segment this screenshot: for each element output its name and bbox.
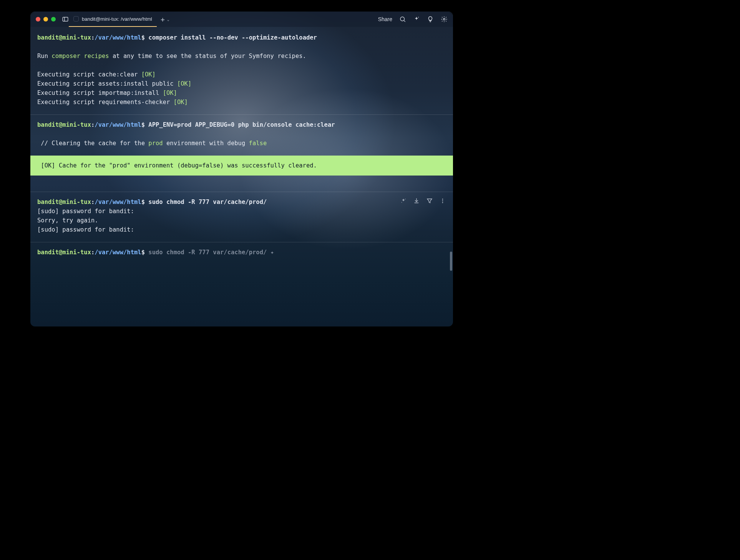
- prompt-symbol: $: [141, 34, 145, 41]
- command-block: bandit@mini-tux:/var/www/html$ sudo chmo…: [30, 197, 453, 234]
- prompt-user: bandit: [37, 34, 59, 41]
- download-icon[interactable]: [413, 197, 420, 204]
- tab-title: bandit@mini-tux: /var/www/html: [82, 16, 152, 22]
- command-text: composer install --no-dev --optimize-aut…: [148, 34, 317, 41]
- svg-point-4: [418, 17, 419, 18]
- ok-badge: [OK]: [174, 99, 188, 106]
- svg-point-9: [442, 200, 443, 201]
- minimize-button[interactable]: [43, 17, 48, 22]
- prompt-path: /var/www/html: [95, 34, 141, 41]
- share-button[interactable]: Share: [378, 16, 392, 22]
- output-line: [sudo] password for bandit:: [37, 225, 446, 234]
- bulb-icon[interactable]: [427, 16, 434, 23]
- svg-point-5: [443, 18, 445, 20]
- svg-point-8: [442, 199, 443, 199]
- success-banner: [OK] Cache for the "prod" environment (d…: [30, 156, 453, 176]
- tab-active[interactable]: bandit@mini-tux: /var/www/html: [69, 12, 157, 27]
- command-text: APP_ENV=prod APP_DEBUG=0 php bin/console…: [148, 121, 335, 128]
- ai-suggestion-icon: ✦: [270, 249, 274, 256]
- command-block: bandit@mini-tux:/var/www/html$ composer …: [30, 33, 453, 107]
- more-icon[interactable]: [439, 197, 446, 204]
- output-line: Run composer recipes at any time to see …: [37, 51, 446, 61]
- output-line: Executing script importmap:install [OK]: [37, 88, 446, 98]
- prompt-line: bandit@mini-tux:/var/www/html$ composer …: [37, 33, 446, 42]
- chevron-down-icon: ⌄: [167, 17, 169, 22]
- maximize-button[interactable]: [51, 17, 56, 22]
- ok-badge: [OK]: [177, 80, 191, 87]
- block-separator: [30, 192, 453, 192]
- block-separator: [30, 242, 453, 242]
- prompt-host: mini-tux: [62, 34, 91, 41]
- block-separator: [30, 114, 453, 115]
- command-block: bandit@mini-tux:/var/www/html$ APP_ENV=p…: [30, 120, 453, 148]
- block-actions: [400, 197, 446, 204]
- output-line: // Clearing the cache for the prod envir…: [37, 139, 446, 148]
- scrollbar[interactable]: [450, 252, 452, 271]
- output-line: [sudo] password for bandit:: [37, 207, 446, 216]
- tab-icon: [73, 16, 79, 22]
- output-line: Executing script assets:install public […: [37, 79, 446, 88]
- svg-line-3: [404, 20, 405, 22]
- sparkle-icon[interactable]: [413, 16, 420, 23]
- gear-icon[interactable]: [441, 16, 448, 23]
- command-text: sudo chmod -R 777 var/cache/prod/: [148, 199, 267, 205]
- prompt-line: bandit@mini-tux:/var/www/html$ sudo chmo…: [37, 197, 446, 207]
- new-tab-button[interactable]: + ⌄: [161, 15, 169, 23]
- prompt-line: bandit@mini-tux:/var/www/html$ APP_ENV=p…: [37, 120, 446, 129]
- terminal-window: bandit@mini-tux: /var/www/html + ⌄ Share: [30, 12, 453, 326]
- ai-sparkle-icon[interactable]: [400, 197, 407, 204]
- search-icon[interactable]: [399, 16, 406, 23]
- svg-rect-0: [63, 17, 68, 22]
- close-button[interactable]: [36, 17, 40, 22]
- svg-point-2: [400, 17, 405, 21]
- plus-icon: +: [161, 15, 165, 23]
- svg-point-10: [442, 202, 443, 203]
- ok-badge: [OK]: [141, 71, 156, 78]
- titlebar: bandit@mini-tux: /var/www/html + ⌄ Share: [30, 12, 453, 27]
- output-line: Sorry, try again.: [37, 216, 446, 225]
- svg-point-6: [405, 199, 406, 200]
- active-prompt[interactable]: bandit@mini-tux:/var/www/html$ sudo chmo…: [30, 248, 453, 257]
- ok-badge: [OK]: [163, 89, 177, 96]
- terminal-content[interactable]: bandit@mini-tux:/var/www/html$ composer …: [30, 27, 453, 326]
- output-line: Executing script cache:clear [OK]: [37, 70, 446, 79]
- sidebar-toggle-icon[interactable]: [62, 16, 69, 23]
- prompt-line: bandit@mini-tux:/var/www/html$ sudo chmo…: [37, 248, 446, 257]
- output-line: Executing script requirements-checker [O…: [37, 98, 446, 107]
- traffic-lights: [36, 17, 56, 22]
- filter-icon[interactable]: [426, 197, 433, 204]
- suggestion-text: sudo chmod -R 777 var/cache/prod/: [148, 249, 270, 256]
- svg-point-7: [402, 202, 402, 203]
